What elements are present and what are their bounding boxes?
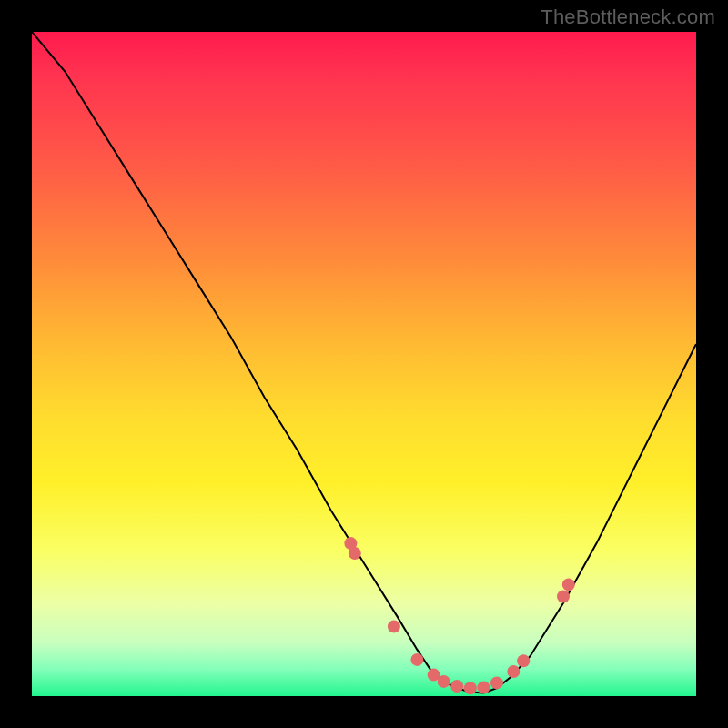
marker-point [388, 620, 400, 632]
attribution-label: TheBottleneck.com [541, 5, 715, 29]
marker-point [450, 680, 463, 693]
marker-points [344, 537, 574, 694]
chart-frame: TheBottleneck.com [0, 0, 728, 728]
marker-point [349, 547, 361, 560]
marker-point [490, 676, 503, 689]
bottleneck-curve [32, 32, 696, 693]
marker-point [557, 591, 570, 603]
marker-point [562, 578, 575, 591]
marker-point [507, 665, 520, 678]
marker-point [410, 653, 423, 666]
plot-area [32, 32, 696, 696]
marker-point [464, 682, 477, 694]
marker-point [517, 654, 530, 667]
marker-point [477, 682, 490, 694]
chart-canvas [32, 32, 696, 696]
marker-point [438, 675, 450, 688]
